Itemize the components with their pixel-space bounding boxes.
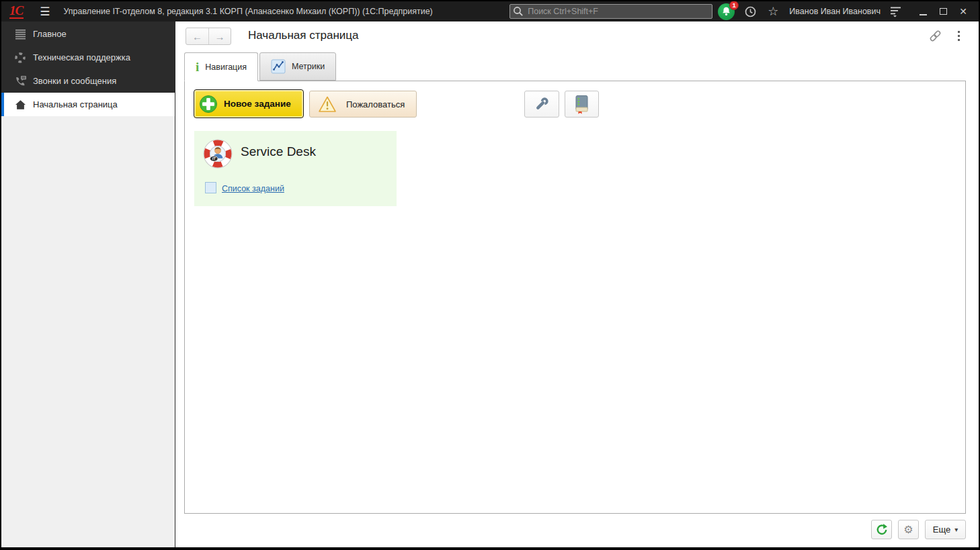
sidebar-item-tech-support[interactable]: Техническая поддержка (1, 46, 175, 69)
journal-book-button[interactable] (565, 91, 599, 118)
service-desk-card: IT Service Desk Список заданий (194, 131, 397, 206)
tab-navigation[interactable]: i Навигация (184, 52, 258, 81)
new-task-button[interactable]: Новое задание (194, 89, 304, 118)
chart-icon (271, 59, 286, 74)
favorites-button[interactable]: ☆ (768, 5, 778, 17)
minimize-button[interactable] (913, 1, 933, 21)
sidebar-item-main[interactable]: Главное (1, 22, 175, 46)
refresh-button[interactable] (871, 520, 892, 539)
plus-circle-icon (199, 95, 218, 113)
support-lifebuoy-icon (13, 52, 27, 64)
sidebar-item-label: Звонки и сообщения (33, 76, 116, 86)
global-search (509, 4, 712, 19)
search-icon (513, 6, 524, 19)
forward-button[interactable]: → (208, 28, 231, 44)
back-arrow-icon: ← (192, 31, 202, 42)
book-icon (574, 95, 590, 114)
minimize-icon (920, 14, 927, 15)
sidebar-item-label: Техническая поддержка (33, 52, 130, 62)
more-actions-button[interactable]: Еще ▾ (925, 520, 966, 539)
lines-caret-icon (890, 6, 902, 17)
home-icon (13, 99, 27, 110)
star-icon: ☆ (768, 5, 778, 17)
notifications-button[interactable]: 1 (718, 3, 735, 20)
body-row: Главное Техническая поддержка (1, 21, 979, 547)
back-button[interactable]: ← (186, 28, 208, 44)
main-menu-icon[interactable]: ☰ (40, 5, 50, 19)
tab-label: Метрики (292, 62, 325, 71)
window-inner: 1С ☰ Управление IT-отделом 8, редакция 3… (1, 1, 979, 547)
tab-metrics[interactable]: Метрики (259, 52, 336, 81)
1c-logo: 1С (9, 4, 24, 19)
get-link-button[interactable] (929, 30, 942, 42)
search-input[interactable] (509, 4, 712, 19)
active-item-accent (1, 93, 4, 116)
notification-count-badge: 1 (729, 1, 739, 10)
complain-label: Пожаловаться (346, 99, 405, 109)
history-nav-group: ← → (186, 28, 231, 45)
wrench-icon (534, 96, 550, 112)
sidebar-item-calls-messages[interactable]: Звонки и сообщения (1, 69, 175, 93)
more-menu-button[interactable] (955, 30, 963, 42)
history-button[interactable] (744, 5, 757, 18)
sidebar-item-label: Главное (33, 29, 67, 39)
sidebar-item-home-page[interactable]: Начальная страница (1, 93, 175, 116)
info-icon: i (196, 60, 199, 73)
form-settings-button[interactable]: ⚙ (898, 520, 919, 539)
sidebar-item-label: Начальная страница (33, 99, 118, 109)
functions-menu-button[interactable] (890, 6, 902, 17)
maximize-icon (940, 8, 947, 15)
sections-list: Главное Техническая поддержка (1, 21, 175, 116)
more-actions-label: Еще (933, 524, 950, 535)
settings-wrench-button[interactable] (524, 91, 559, 118)
phone-message-icon (13, 75, 27, 87)
sections-panel: Главное Техническая поддержка (1, 21, 175, 547)
service-desk-title: Service Desk (241, 144, 316, 159)
it-badge-text: IT (212, 156, 216, 161)
form-header-icons (929, 30, 963, 42)
page-title: Начальная страница (248, 28, 359, 44)
page-tabs: i Навигация Метрики (184, 52, 337, 81)
gear-icon: ⚙ (903, 524, 913, 535)
app-window: 1С ☰ Управление IT-отделом 8, редакция 3… (0, 0, 980, 550)
history-clock-icon (744, 5, 757, 18)
navigation-tab-panel: Новое задание Пожаловаться (184, 81, 966, 514)
list-icon (13, 29, 27, 40)
maximize-button[interactable] (933, 1, 953, 21)
title-bar: 1С ☰ Управление IT-отделом 8, редакция 3… (1, 1, 979, 21)
close-button[interactable]: ✕ (953, 1, 973, 21)
window-title: Управление IT-отделом 8, редакция 3.1 КО… (63, 7, 432, 16)
current-user-name[interactable]: Иванов Иван Иванович (789, 7, 881, 16)
form-footer-buttons: ⚙ Еще ▾ (871, 520, 966, 539)
new-task-label: Новое задание (224, 99, 291, 109)
task-list-link[interactable]: Список заданий (222, 184, 284, 193)
task-list-square-icon[interactable] (205, 182, 216, 193)
window-controls: ✕ (913, 1, 973, 21)
close-icon: ✕ (959, 6, 967, 17)
refresh-icon (875, 523, 888, 536)
link-icon (929, 30, 942, 42)
lifebuoy-icon: IT (202, 138, 233, 172)
forward-arrow-icon: → (215, 31, 225, 42)
main-area: ← → Начальная страница i (175, 21, 979, 547)
warning-icon (318, 95, 337, 113)
tab-label: Навигация (205, 62, 247, 72)
complain-button[interactable]: Пожаловаться (309, 91, 417, 118)
caret-down-icon: ▾ (954, 526, 958, 533)
